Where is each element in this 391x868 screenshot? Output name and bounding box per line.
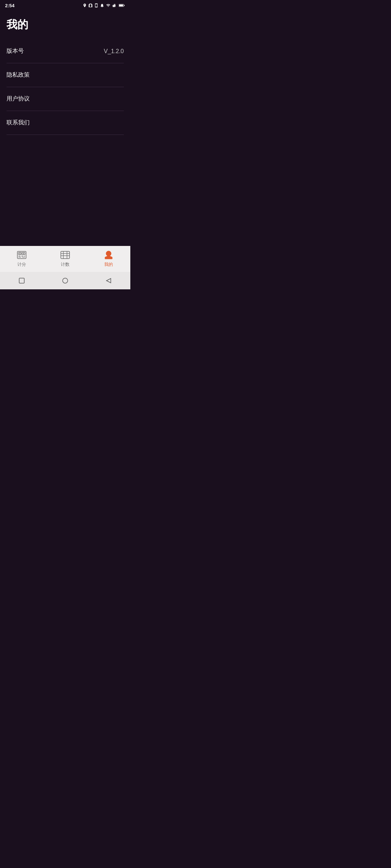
status-bar: 2:54 [0, 0, 130, 10]
battery-icon [119, 3, 125, 8]
wifi-icon [106, 3, 111, 8]
svg-rect-22 [19, 278, 24, 283]
menu-item-version: 版本号 V_1.2.0 [7, 39, 124, 63]
nav-item-score[interactable]: 计分 [0, 250, 43, 268]
signal-icon [112, 3, 117, 8]
svg-rect-17 [61, 251, 70, 259]
back-button[interactable] [105, 277, 112, 284]
svg-marker-24 [106, 278, 111, 283]
version-label: 版本号 [7, 47, 24, 55]
status-icons [83, 3, 125, 8]
agreement-label: 用户协议 [7, 95, 30, 103]
recents-button[interactable] [18, 277, 25, 284]
location-icon [83, 3, 87, 8]
mine-nav-icon [104, 250, 114, 260]
main-content: 我的 版本号 V_1.2.0 隐私政策 用户协议 联系我们 [0, 10, 130, 246]
screenshot-icon [94, 3, 98, 8]
svg-point-10 [20, 253, 21, 254]
nav-item-count[interactable]: 计数 [43, 250, 87, 268]
score-nav-icon [17, 250, 27, 260]
mine-nav-label: 我的 [104, 261, 113, 268]
count-nav-icon [60, 250, 70, 260]
android-nav [0, 272, 130, 289]
menu-item-contact[interactable]: 联系我们 [7, 111, 124, 135]
privacy-label: 隐私政策 [7, 71, 30, 79]
home-button[interactable] [62, 277, 69, 284]
bell-off-icon [100, 3, 104, 8]
svg-rect-6 [119, 5, 123, 7]
page-title: 我的 [7, 10, 124, 39]
svg-rect-3 [115, 4, 116, 7]
menu-item-privacy[interactable]: 隐私政策 [7, 63, 124, 87]
nav-item-mine[interactable]: 我的 [87, 250, 130, 268]
svg-point-23 [63, 278, 68, 283]
menu-item-agreement[interactable]: 用户协议 [7, 87, 124, 111]
svg-rect-1 [114, 5, 114, 7]
svg-rect-2 [114, 5, 115, 7]
status-time: 2:54 [5, 3, 14, 8]
score-nav-label: 计分 [17, 261, 26, 268]
svg-point-11 [23, 253, 24, 254]
contact-label: 联系我们 [7, 119, 30, 127]
count-nav-label: 计数 [61, 261, 70, 268]
svg-rect-0 [113, 6, 114, 7]
svg-rect-5 [124, 5, 125, 6]
version-value: V_1.2.0 [104, 48, 124, 55]
bottom-nav: 计分 计数 我的 [0, 246, 130, 272]
sim-icon [88, 3, 93, 8]
